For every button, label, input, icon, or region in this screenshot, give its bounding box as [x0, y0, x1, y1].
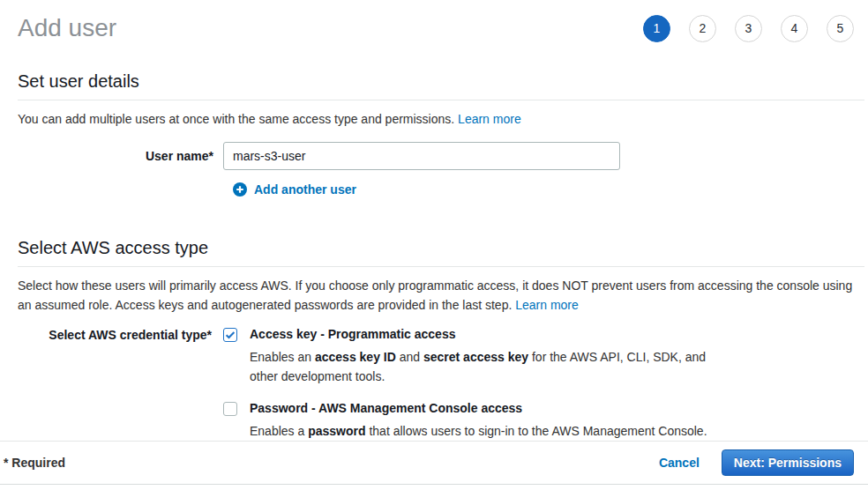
footer: * Required Cancel Next: Permissions	[0, 441, 868, 485]
console-access-checkbox[interactable]	[223, 402, 237, 416]
add-another-user-label: Add another user	[254, 182, 356, 197]
step-circle-2: 2	[689, 15, 716, 42]
username-input[interactable]	[223, 142, 620, 170]
page-title: Add user	[18, 14, 116, 42]
access-type-heading: Select AWS access type	[18, 238, 864, 267]
add-user-wizard: Add user 1 2 3 4 5 Set user details You …	[0, 0, 868, 490]
next-permissions-button[interactable]: Next: Permissions	[722, 449, 854, 476]
learn-more-link-access-type[interactable]: Learn more	[515, 298, 579, 312]
credential-type-label: Select AWS credential type*	[0, 327, 223, 456]
option-console-access: Password - AWS Management Console access…	[223, 401, 868, 441]
option-programmatic-access: Access key - Programmatic access Enables…	[223, 327, 868, 386]
step-circle-3: 3	[735, 15, 762, 42]
plus-icon[interactable]	[233, 182, 247, 197]
step-circle-1: 1	[643, 15, 670, 42]
step-circle-5: 5	[827, 15, 854, 42]
step-indicator: 1 2 3 4 5	[643, 15, 854, 42]
required-note: * Required	[4, 456, 65, 470]
access-type-description-text: Select how these users will primarily ac…	[18, 278, 852, 312]
console-access-title: Password - AWS Management Console access	[250, 401, 707, 415]
credential-options: Access key - Programmatic access Enables…	[223, 327, 868, 456]
credential-type-section: Select AWS credential type* Access key -…	[0, 327, 868, 456]
header: Add user 1 2 3 4 5	[0, 0, 868, 42]
step-circle-4: 4	[781, 15, 808, 42]
programmatic-access-description: Enables an access key ID and secret acce…	[250, 347, 737, 386]
user-details-heading: Set user details	[18, 71, 864, 100]
check-icon	[224, 329, 236, 341]
user-details-description: You can add multiple users at once with …	[18, 109, 861, 129]
programmatic-access-title: Access key - Programmatic access	[250, 327, 737, 341]
access-type-description: Select how these users will primarily ac…	[18, 276, 861, 315]
console-access-description: Enables a password that allows users to …	[250, 421, 707, 441]
learn-more-link-user-details[interactable]: Learn more	[458, 112, 521, 126]
option-body: Access key - Programmatic access Enables…	[250, 327, 737, 386]
add-another-user-button[interactable]: Add another user	[233, 182, 356, 197]
username-row: User name*	[0, 142, 868, 170]
cancel-button[interactable]: Cancel	[659, 456, 700, 470]
option-body: Password - AWS Management Console access…	[250, 401, 707, 441]
username-label: User name*	[0, 149, 223, 163]
user-details-description-text: You can add multiple users at once with …	[18, 112, 458, 126]
programmatic-access-checkbox[interactable]	[223, 328, 237, 342]
